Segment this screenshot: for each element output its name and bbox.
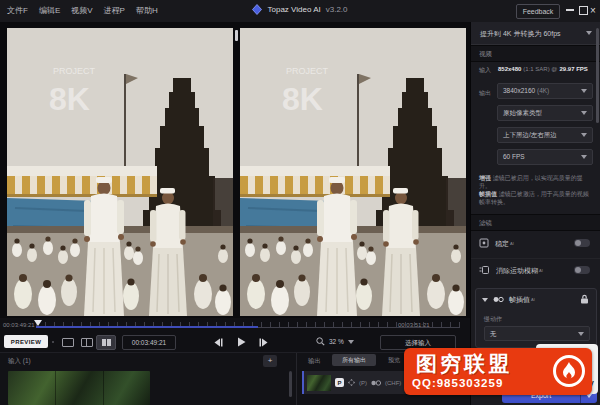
slowmo-dropdown[interactable]: 无 (484, 326, 590, 341)
video-section-header: 视频 (471, 45, 600, 62)
playhead[interactable] (34, 320, 42, 326)
video-watermark-project: PROJECT (286, 66, 329, 76)
preview-button[interactable]: PREVIEW (4, 335, 48, 348)
magnifier-icon (316, 337, 325, 346)
watermark-qq: QQ:985303259 (412, 377, 503, 389)
play-icon (237, 337, 246, 347)
video-pane-original[interactable]: PROJECT 8K (7, 28, 233, 316)
output-resolution-suffix: (4K) (537, 87, 549, 94)
chevron-down-icon (586, 31, 592, 35)
menu-help[interactable]: 帮助H (136, 6, 158, 16)
title-bar: 文件F 编辑E 视频V 进程P 帮助H Topaz Video AI v3.2.… (0, 0, 600, 23)
fps-dropdown[interactable]: 60 FPS (497, 149, 593, 165)
preview-area: PROJECT 8K (0, 22, 470, 318)
frame-interp-ai-tag: AI (531, 297, 535, 302)
slowmo-label: 慢动作 (484, 315, 502, 323)
stabilize-row: 稳定 AI (471, 232, 600, 254)
play-button[interactable] (234, 336, 248, 348)
inputs-scrollbar[interactable] (289, 371, 292, 397)
crop-mode-value: 上下黑边/左右黑边 (503, 131, 557, 139)
step-back-icon (213, 338, 223, 347)
feedback-button[interactable]: Feedback (516, 4, 560, 19)
video-watermark-8k: 8K (49, 81, 90, 117)
proteus-badge-label: P (337, 380, 341, 386)
close-button[interactable]: × (590, 6, 596, 16)
slowmo-value: 无 (490, 330, 497, 338)
frame-interp-icon (371, 380, 381, 386)
app-title-text: Topaz Video AI (267, 5, 320, 15)
video-watermark-project: PROJECT (53, 66, 96, 76)
maximize-button[interactable] (579, 6, 588, 15)
ruler-loaded-region (36, 326, 258, 328)
menu-file[interactable]: 文件F (7, 6, 28, 16)
pane-divider[interactable] (233, 28, 240, 316)
enhance-note-bold: 增强 (479, 175, 491, 181)
input-resolution: 852x480 (498, 65, 521, 73)
zoom-level-value: 32 % (329, 338, 344, 346)
preset-dropdown[interactable]: 提升到 4K 并转换为 60fps (471, 22, 600, 45)
chevron-down-icon (581, 89, 587, 93)
step-back-button[interactable] (211, 336, 225, 348)
input-info: 852x480 (1:1 SAR) @ 29.97 FPS (498, 65, 598, 73)
pane-divider-handle[interactable] (235, 30, 238, 41)
inputs-header: 输入 (1) (8, 357, 31, 365)
pixel-type-dropdown[interactable]: 原始像素类型 (497, 105, 593, 121)
video-section-label: 视频 (479, 50, 492, 58)
crop-mode-dropdown[interactable]: 上下黑边/左右黑边 (497, 127, 593, 143)
frame-interp-icon (493, 296, 504, 303)
enhance-note: 增强 滤镜已被启用，以实现高质量的提升。 (479, 174, 594, 190)
input-fps: 29.97 FPS (559, 65, 587, 73)
view-side-by-side-button[interactable] (96, 335, 116, 350)
upscale-icon (348, 379, 355, 386)
zoom-control[interactable]: 32 % (316, 335, 364, 348)
minimize-button[interactable] (566, 9, 574, 11)
stabilize-toggle[interactable] (574, 239, 590, 247)
tab-all-outputs-label: 所有输出 (342, 356, 366, 364)
chevron-down-icon (348, 340, 354, 344)
video-frame: PROJECT 8K (7, 28, 233, 316)
menu-edit[interactable]: 编辑E (39, 6, 60, 16)
chevron-down-icon (578, 332, 584, 336)
step-forward-button[interactable] (257, 336, 271, 348)
filters-section-header: 滤镜 (471, 214, 600, 231)
topaz-logo-icon (252, 4, 262, 15)
output-resolution-dropdown[interactable]: 3840x2160 (4K) (497, 83, 593, 99)
chevron-down-icon (581, 111, 587, 115)
menu-video[interactable]: 视频V (71, 6, 92, 16)
motion-deblur-row: 消除运动模糊 AI (471, 258, 600, 281)
stabilize-ai-tag: AI (510, 241, 514, 246)
interp-note-bold: 帧插值 (479, 191, 497, 197)
current-timecode-field[interactable]: 00:03:49:21 (122, 335, 176, 350)
sidebar-scrollbar[interactable] (596, 28, 599, 123)
motion-deblur-icon (479, 265, 490, 275)
tab-previews-label: 预览 (388, 356, 400, 364)
frame-interp-label: 帧插值 (509, 295, 530, 304)
input-label: 输入 (479, 66, 491, 74)
view-split-button[interactable] (77, 335, 96, 350)
lock-icon[interactable] (580, 294, 589, 304)
interp-model-tag: (CHF) (385, 379, 401, 387)
chevron-down-icon (581, 133, 587, 137)
menu-bar: 文件F 编辑E 视频V 进程P 帮助H (7, 6, 158, 16)
preview-button-label: PREVIEW (11, 338, 41, 346)
input-thumbnail-strip[interactable] (8, 371, 150, 405)
tab-all-outputs[interactable]: 所有输出 (332, 354, 376, 366)
panel-divider (296, 353, 297, 405)
video-frame: PROJECT 8K (240, 28, 466, 316)
separator-dot (52, 341, 54, 343)
video-pane-enhanced[interactable]: PROJECT 8K (240, 28, 466, 316)
frame-interp-card-header[interactable]: 帧插值 AI (482, 295, 535, 304)
menu-process[interactable]: 进程P (104, 6, 125, 16)
app-window: 文件F 编辑E 视频V 进程P 帮助H Topaz Video AI v3.2.… (0, 0, 600, 405)
timeline-ruler[interactable]: 00:03:49:21 00:03:51:21 (0, 318, 470, 332)
view-single-button[interactable] (58, 335, 77, 350)
add-input-button[interactable]: + (263, 355, 277, 367)
ruler-start-time: 00:03:49:21 (3, 321, 35, 329)
current-timecode-value: 00:03:49:21 (132, 339, 166, 347)
watermark-title: 图穷联盟 (416, 350, 512, 378)
add-input-label: + (268, 356, 273, 366)
proteus-badge: P (335, 378, 344, 387)
side-by-side-view-icon (102, 339, 111, 346)
motion-deblur-ai-tag: AI (539, 268, 543, 273)
motion-deblur-toggle[interactable] (574, 266, 590, 274)
